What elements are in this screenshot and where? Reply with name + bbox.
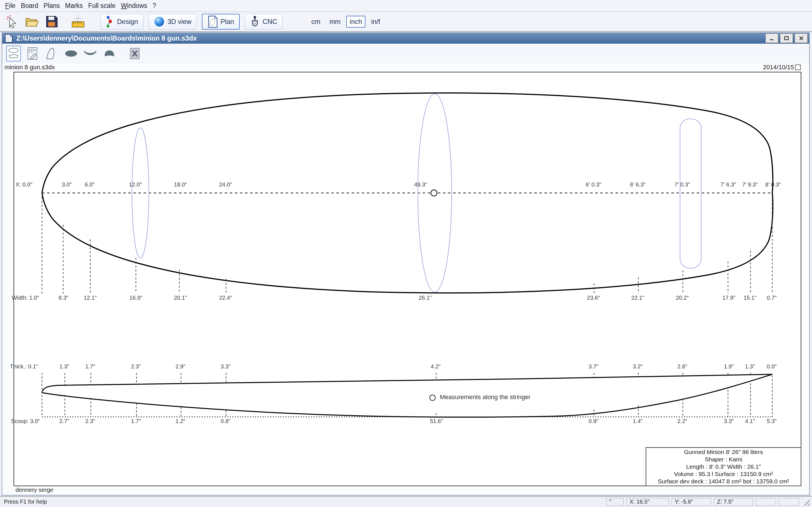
width-label-4: 20.1" <box>174 295 187 301</box>
x-label-2: 6.0" <box>85 181 95 188</box>
width-label-11: 15.1" <box>744 295 756 301</box>
window-titlebar[interactable]: Z:\Users\dennery\Documents\Boards\minion… <box>2 33 809 44</box>
x-label-5: 24.0" <box>219 181 232 188</box>
scoop-label-6: 51.6" <box>430 418 443 425</box>
status-y-field: Y: -5.6" <box>672 498 711 506</box>
design-button-label: Design <box>117 18 138 25</box>
section-overlay-tail <box>680 119 701 268</box>
width-label-3: 16.9" <box>130 295 142 301</box>
x-label-7: 6' 0.3" <box>586 181 601 188</box>
section-filled-icon[interactable] <box>102 46 117 61</box>
design-button[interactable]: Design <box>100 14 144 30</box>
width-label-1: 8.3" <box>59 295 68 301</box>
hand-tool-glyph <box>6 15 18 29</box>
plan-station-ticks <box>42 193 772 293</box>
thick-label-5: 3.3" <box>221 363 231 370</box>
x-label-12: 8' 0.3" <box>765 181 781 188</box>
outline-views-glyph <box>8 47 19 60</box>
stringer-note-marker <box>430 395 435 400</box>
menu-item-board[interactable]: Board <box>21 2 43 10</box>
profile-station-ticks <box>42 373 772 417</box>
x-label-0: X: 0.0" <box>15 181 32 188</box>
unit-mm[interactable]: mm <box>326 16 344 27</box>
resize-grip[interactable] <box>802 498 810 506</box>
scoop-label-5: 0.8" <box>221 418 231 425</box>
plan-button[interactable]: Plan <box>202 14 240 30</box>
scoop-label-12: 5.3" <box>767 418 777 425</box>
status-x-field: X: 16.5" <box>626 498 669 506</box>
width-label-7: 23.6" <box>587 295 600 301</box>
menu-bar: FileBoardPlansMarksFull scaleWindows? <box>0 0 812 12</box>
hand-tool-icon[interactable] <box>4 14 20 29</box>
3d-view-button[interactable]: 3D view <box>149 14 197 30</box>
scoop-label-8: 1.4" <box>633 418 643 425</box>
status-z-field: Z: 7.5" <box>714 498 753 506</box>
section-filled-glyph <box>103 50 115 57</box>
width-label-2: 12.1" <box>84 295 97 301</box>
rocker-profile-glyph <box>46 47 58 60</box>
sheet-date: 2014/10/15 <box>763 64 801 71</box>
plan-button-label: Plan <box>220 18 234 25</box>
width-label-8: 22.1" <box>631 295 644 301</box>
unit-inch[interactable]: inch <box>346 16 365 27</box>
date-checkbox[interactable] <box>795 64 801 70</box>
close-button[interactable] <box>795 34 808 43</box>
save-icon[interactable] <box>44 14 59 29</box>
x-label-11: 7' 9.3" <box>742 181 758 188</box>
width-label-12: 0.7" <box>767 295 777 301</box>
rocker-filled-icon[interactable] <box>83 46 98 61</box>
x-label-10: 7' 6.3" <box>720 181 736 188</box>
info-shaper: Shaper : Kami <box>646 456 801 463</box>
unit-cm[interactable]: cm <box>308 16 324 27</box>
info-title: Gunned Minion 8' 26" 96 liters <box>646 448 801 456</box>
plan-filled-icon[interactable] <box>64 46 79 61</box>
menu-item-full-scale[interactable]: Full scale <box>88 2 121 10</box>
menu-item-marks[interactable]: Marks <box>65 2 88 10</box>
scoop-label-0: Scoop: 3.0" <box>11 418 40 425</box>
unit-inf[interactable]: in/f <box>368 16 384 27</box>
scoop-label-7: 0.9" <box>589 418 599 425</box>
status-help: Press F1 for help <box>4 499 47 505</box>
info-surface: Surface dev deck : 14047.8 cm² bot : 137… <box>646 478 801 485</box>
menu-item-plans[interactable]: Plans <box>43 2 65 10</box>
info-volume: Volume : 95.3 l Surface : 13150.9 cm² <box>646 470 801 478</box>
plan-doc-icon <box>207 15 218 28</box>
scoop-label-2: 2.3" <box>86 418 95 425</box>
scoop-label-1: 2.7" <box>59 418 69 425</box>
board-info-box: Gunned Minion 8' 26" 96 liters Shaper : … <box>646 447 801 486</box>
spec-sheet-icon[interactable] <box>26 46 40 61</box>
thick-label-8: 3.2" <box>633 363 643 370</box>
open-folder-icon[interactable] <box>24 14 40 29</box>
thick-label-0: Thick.: 0.1" <box>10 363 38 370</box>
thick-label-3: 2.3" <box>131 363 141 370</box>
thick-label-11: 1.3" <box>745 363 755 370</box>
minimize-icon <box>769 36 774 40</box>
status-unit-field: " <box>606 498 624 506</box>
outline-views-icon[interactable] <box>6 46 21 61</box>
excel-export-icon[interactable] <box>128 46 142 61</box>
minimize-button[interactable] <box>765 34 778 43</box>
x-label-4: 18.0" <box>174 181 187 188</box>
rocker-filled-glyph <box>84 50 97 57</box>
thick-label-10: 1.9" <box>724 363 734 370</box>
menu-item-file[interactable]: File <box>5 2 21 10</box>
ruler-icon[interactable] <box>70 14 86 29</box>
x-label-8: 6' 6.3" <box>630 181 645 188</box>
center-marker <box>431 190 437 196</box>
maximize-button[interactable] <box>780 34 793 43</box>
menu-item--[interactable]: ? <box>153 2 161 10</box>
thick-label-6: 4.2" <box>431 363 441 370</box>
main-toolbar: Design 3D view Plan CNC cm mm inch in/ <box>0 12 812 32</box>
menu-item-windows[interactable]: Windows <box>121 2 153 10</box>
stringer-note-label: Measurements along the stringer <box>440 393 530 401</box>
cnc-button[interactable]: CNC <box>245 14 283 30</box>
window-title: Z:\Users\dennery\Documents\Boards\minion… <box>16 34 197 42</box>
status-empty-field-2 <box>779 498 799 506</box>
close-icon <box>799 36 804 41</box>
app-root: { "menu": { "items": [ {"label": "File",… <box>0 0 812 507</box>
ruler-glyph <box>70 14 86 29</box>
width-label-6: 26.1" <box>419 295 432 301</box>
thick-label-2: 1.7" <box>86 363 95 370</box>
status-fields: " X: 16.5" Y: -5.6" Z: 7.5" <box>606 498 810 506</box>
rocker-profile-icon[interactable] <box>45 46 59 61</box>
